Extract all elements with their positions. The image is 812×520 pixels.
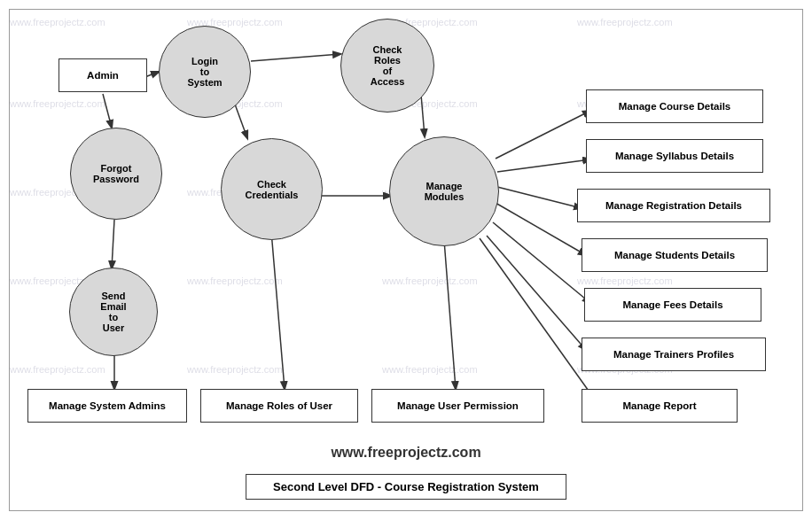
watermark-4: www.freeprojectz.com xyxy=(577,17,673,27)
footer-title: Second Level DFD - Course Registration S… xyxy=(246,474,566,500)
svg-line-9 xyxy=(444,240,456,389)
check-credentials-node: CheckCredentials xyxy=(221,138,323,240)
svg-line-1 xyxy=(251,54,340,61)
login-node: LogintoSystem xyxy=(159,26,251,118)
watermark-18: www.freeprojectz.com xyxy=(187,364,283,375)
manage-modules-node: ManageModules xyxy=(389,136,499,246)
manage-admins-node: Manage System Admins xyxy=(27,389,187,423)
forgot-password-node: ForgotPassword xyxy=(70,128,162,220)
manage-registration-node: Manage Registration Details xyxy=(577,189,770,222)
svg-line-15 xyxy=(487,236,586,350)
watermark-16: www.freeprojectz.com xyxy=(577,276,673,286)
svg-line-14 xyxy=(493,222,590,303)
watermark-15: www.freeprojectz.com xyxy=(382,276,478,286)
watermark-19: www.freeprojectz.com xyxy=(382,364,478,375)
check-roles-node: CheckRolesofAccess xyxy=(340,19,434,113)
svg-line-11 xyxy=(497,159,590,172)
watermark-17: www.freeprojectz.com xyxy=(10,364,105,375)
svg-line-16 xyxy=(480,238,595,400)
manage-students-node: Manage Students Details xyxy=(582,238,768,272)
diagram-container: www.freeprojectz.com www.freeprojectz.co… xyxy=(9,9,803,511)
manage-roles-node: Manage Roles of User xyxy=(200,389,358,423)
manage-report-node: Manage Report xyxy=(582,389,738,423)
manage-user-permission-node: Manage User Permission xyxy=(371,389,544,423)
manage-syllabus-node: Manage Syllabus Details xyxy=(586,139,763,173)
watermark-14: www.freeprojectz.com xyxy=(187,276,283,286)
manage-fees-node: Manage Fees Details xyxy=(584,288,761,322)
send-email-node: SendEmailtoUser xyxy=(69,268,158,356)
svg-line-2 xyxy=(103,94,112,128)
svg-line-12 xyxy=(497,187,582,208)
manage-trainers-node: Manage Trainers Profiles xyxy=(582,338,766,371)
footer-watermark: www.freeprojectz.com xyxy=(10,445,802,461)
svg-line-10 xyxy=(496,111,590,159)
svg-line-8 xyxy=(271,231,285,389)
svg-line-13 xyxy=(496,203,586,255)
manage-course-node: Manage Course Details xyxy=(586,89,763,123)
watermark-5: www.freeprojectz.com xyxy=(10,98,105,109)
watermark-1: www.freeprojectz.com xyxy=(10,17,105,27)
admin-node: Admin xyxy=(59,58,147,92)
svg-line-6 xyxy=(112,220,114,268)
